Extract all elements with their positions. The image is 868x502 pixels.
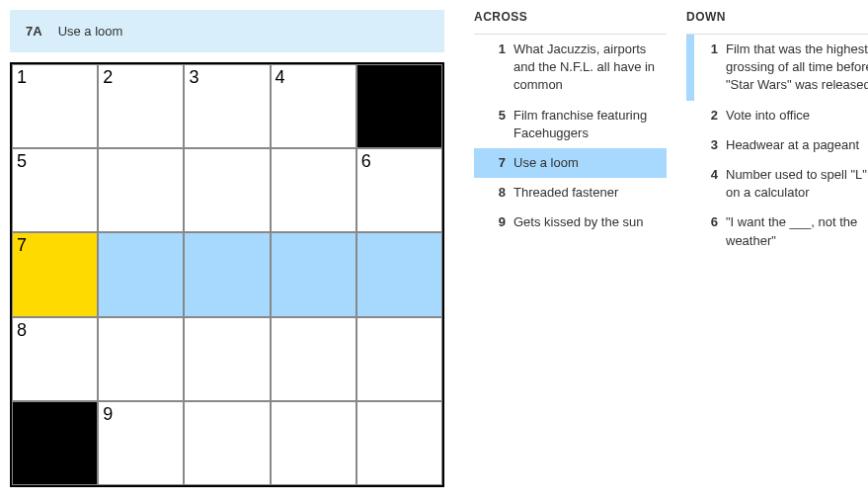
grid-cell[interactable] <box>356 401 442 485</box>
clue-text: Number used to spell "L" on a calculator <box>726 166 868 202</box>
clue-text: Vote into office <box>726 107 868 125</box>
down-header: DOWN <box>686 10 868 30</box>
grid-cell[interactable] <box>98 148 184 232</box>
grid-cell <box>356 64 442 148</box>
clue-text: Use a loom <box>513 154 661 172</box>
grid-cell[interactable] <box>184 232 270 316</box>
clue-text: Gets kissed by the sun <box>513 213 661 231</box>
clue-text: Film that was the highest-grossing of al… <box>726 41 868 95</box>
clue-item[interactable]: 9Gets kissed by the sun <box>474 208 667 237</box>
across-clue-list[interactable]: 1What Jacuzzis, airports and the N.F.L. … <box>474 34 667 488</box>
crossword-container: 7A Use a loom 123456789 ACROSS 1What Jac… <box>10 10 858 488</box>
clue-item[interactable]: 2Vote into office <box>686 101 868 130</box>
grid-cell <box>12 401 98 485</box>
cell-number: 6 <box>361 151 371 172</box>
across-column: ACROSS 1What Jacuzzis, airports and the … <box>474 10 667 488</box>
grid-cell[interactable]: 7 <box>12 232 98 316</box>
current-clue-bar[interactable]: 7A Use a loom <box>10 10 444 52</box>
cell-number: 1 <box>17 67 27 88</box>
clue-number: 6 <box>698 213 718 249</box>
grid-cell[interactable]: 4 <box>271 64 356 148</box>
clue-item[interactable]: 7Use a loom <box>474 148 667 178</box>
down-clue-list[interactable]: 1Film that was the highest-grossing of a… <box>686 34 868 488</box>
clue-item[interactable]: 3Headwear at a pageant <box>686 130 868 160</box>
clue-item[interactable]: 6"I want the ___, not the weather" <box>686 208 868 255</box>
clue-number: 5 <box>486 107 506 142</box>
grid-cell[interactable] <box>356 232 442 316</box>
clue-number: 7 <box>486 154 506 172</box>
grid-cell[interactable] <box>271 401 356 485</box>
clue-number: 8 <box>486 184 506 202</box>
clue-number: 2 <box>698 107 718 125</box>
grid-cell[interactable] <box>184 401 270 485</box>
clue-item[interactable]: 8Threaded fastener <box>474 178 667 208</box>
clue-item[interactable]: 1What Jacuzzis, airports and the N.F.L. … <box>474 35 667 101</box>
cell-number: 3 <box>189 67 198 88</box>
clue-item[interactable]: 4Number used to spell "L" on a calculato… <box>686 160 868 208</box>
crossword-grid[interactable]: 123456789 <box>10 62 444 487</box>
grid-cell[interactable]: 1 <box>12 64 98 148</box>
clue-item[interactable]: 5Film franchise featuring Facehuggers <box>474 101 667 148</box>
clue-number: 1 <box>698 41 718 95</box>
grid-cell[interactable] <box>184 148 270 232</box>
cell-number: 7 <box>17 235 27 256</box>
clue-text: Headwear at a pageant <box>726 136 868 154</box>
current-clue-label: 7A <box>26 24 42 39</box>
across-header: ACROSS <box>474 10 667 30</box>
grid-cell[interactable]: 6 <box>356 148 442 232</box>
cell-number: 4 <box>276 67 285 88</box>
clue-text: Film franchise featuring Facehuggers <box>513 107 661 142</box>
clue-text: "I want the ___, not the weather" <box>726 213 868 249</box>
cell-number: 2 <box>103 67 113 88</box>
clue-item[interactable]: 1Film that was the highest-grossing of a… <box>686 35 868 101</box>
cell-number: 9 <box>103 404 113 425</box>
grid-cell[interactable] <box>98 317 184 401</box>
grid-cell[interactable] <box>184 317 270 401</box>
grid-cell[interactable] <box>271 148 356 232</box>
clue-number: 9 <box>486 213 506 231</box>
grid-cell[interactable] <box>98 232 184 316</box>
grid-cell[interactable] <box>356 317 442 401</box>
grid-cell[interactable]: 9 <box>98 401 184 485</box>
cell-number: 5 <box>17 151 27 172</box>
grid-cell[interactable] <box>271 232 356 316</box>
clue-number: 4 <box>698 166 718 202</box>
grid-cell[interactable]: 5 <box>12 148 98 232</box>
clue-text: What Jacuzzis, airports and the N.F.L. a… <box>513 41 661 95</box>
down-column: DOWN 1Film that was the highest-grossing… <box>686 10 868 488</box>
cell-number: 8 <box>17 320 27 341</box>
clue-number: 1 <box>486 41 506 95</box>
grid-cell[interactable]: 8 <box>12 317 98 401</box>
current-clue-text: Use a loom <box>58 24 123 39</box>
left-panel: 7A Use a loom 123456789 <box>10 10 444 488</box>
clue-number: 3 <box>698 136 718 154</box>
grid-cell[interactable]: 3 <box>184 64 270 148</box>
grid-cell[interactable] <box>271 317 356 401</box>
clues-panel: ACROSS 1What Jacuzzis, airports and the … <box>474 10 868 488</box>
clue-text: Threaded fastener <box>513 184 661 202</box>
grid-cell[interactable]: 2 <box>98 64 184 148</box>
